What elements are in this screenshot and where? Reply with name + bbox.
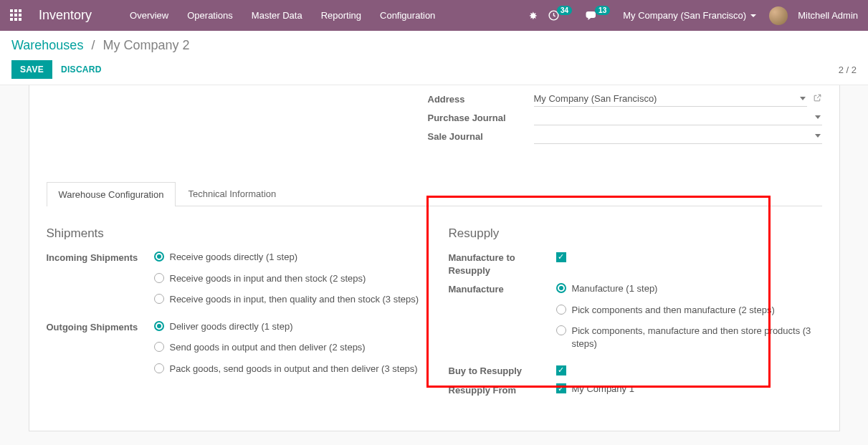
outgoing-opt-1[interactable]: Deliver goods directly (1 step) bbox=[154, 320, 420, 333]
menu-overview[interactable]: Overview bbox=[120, 10, 178, 21]
breadcrumb-root[interactable]: Warehouses bbox=[11, 38, 83, 52]
radio-icon bbox=[154, 294, 164, 304]
resupply-from-checkbox[interactable]: ✓ bbox=[556, 383, 566, 393]
debug-icon[interactable]: ✸ bbox=[529, 10, 538, 21]
tab-warehouse-config[interactable]: Warehouse Configuration bbox=[47, 182, 176, 206]
dropdown-caret-icon bbox=[815, 115, 821, 119]
menu-configuration[interactable]: Configuration bbox=[371, 10, 444, 21]
manufacture-opt-3[interactable]: Pick components, manufacture and then st… bbox=[556, 325, 822, 350]
breadcrumb-current: My Company 2 bbox=[102, 38, 189, 52]
messages-button[interactable]: 13 bbox=[585, 10, 613, 21]
manufacture-opt-2[interactable]: Pick components and then manufacture (2 … bbox=[556, 304, 822, 317]
tab-technical-info[interactable]: Technical Information bbox=[176, 181, 288, 206]
radio-icon bbox=[154, 342, 164, 352]
activities-badge: 34 bbox=[557, 6, 572, 15]
menu-reporting[interactable]: Reporting bbox=[312, 10, 371, 21]
shipments-title: Shipments bbox=[47, 226, 420, 241]
top-nav: Inventory Overview Operations Master Dat… bbox=[0, 0, 868, 31]
breadcrumb: Warehouses / My Company 2 bbox=[11, 38, 857, 53]
manufacture-label: Manufacture bbox=[449, 282, 556, 358]
breadcrumb-sep: / bbox=[91, 38, 95, 52]
apps-icon[interactable] bbox=[10, 9, 23, 22]
incoming-opt-3[interactable]: Receive goods in input, then quality and… bbox=[154, 293, 420, 306]
company-switcher[interactable]: My Company (San Francisco) bbox=[623, 10, 756, 21]
incoming-shipments-label: Incoming Shipments bbox=[47, 251, 154, 315]
buy-to-resupply-checkbox[interactable]: ✓ bbox=[556, 365, 566, 375]
purchase-journal-label: Purchase Journal bbox=[428, 113, 534, 123]
tabs: Warehouse Configuration Technical Inform… bbox=[47, 181, 822, 206]
app-title: Inventory bbox=[39, 8, 92, 23]
activities-button[interactable]: 34 bbox=[548, 9, 575, 21]
outgoing-shipments-label: Outgoing Shipments bbox=[47, 320, 154, 384]
messages-badge: 13 bbox=[595, 6, 610, 15]
shipments-column: Shipments Incoming Shipments Receive goo… bbox=[47, 226, 420, 402]
radio-icon bbox=[556, 325, 566, 335]
purchase-journal-field[interactable] bbox=[534, 110, 822, 125]
main-menu: Overview Operations Master Data Reportin… bbox=[120, 10, 444, 21]
discard-button[interactable]: DISCARD bbox=[52, 60, 110, 79]
radio-icon bbox=[154, 321, 164, 331]
avatar[interactable] bbox=[769, 6, 788, 25]
pager[interactable]: 2 / 2 bbox=[839, 64, 857, 75]
radio-icon bbox=[154, 363, 164, 373]
menu-operations[interactable]: Operations bbox=[178, 10, 242, 21]
save-button[interactable]: SAVE bbox=[11, 60, 52, 79]
external-link-button[interactable] bbox=[813, 93, 822, 105]
resupply-from-label: Resupply From bbox=[449, 383, 556, 397]
radio-icon bbox=[556, 305, 566, 315]
radio-icon bbox=[556, 283, 566, 293]
control-bar: Warehouses / My Company 2 SAVE DISCARD 2… bbox=[0, 31, 868, 85]
username[interactable]: Mitchell Admin bbox=[798, 10, 858, 21]
manufacture-to-resupply-checkbox[interactable]: ✓ bbox=[556, 252, 566, 262]
company-name: My Company (San Francisco) bbox=[623, 10, 746, 21]
address-value: My Company (San Francisco) bbox=[534, 93, 657, 104]
buy-to-resupply-label: Buy to Resupply bbox=[449, 364, 556, 378]
external-link-icon bbox=[813, 93, 822, 102]
manufacture-to-resupply-label: Manufacture to Resupply bbox=[449, 251, 556, 277]
manufacture-opt-1[interactable]: Manufacture (1 step) bbox=[556, 282, 822, 295]
outgoing-opt-2[interactable]: Send goods in output and then deliver (2… bbox=[154, 341, 420, 354]
sale-journal-field[interactable] bbox=[534, 128, 822, 144]
radio-icon bbox=[154, 273, 164, 283]
sale-journal-label: Sale Journal bbox=[428, 131, 534, 142]
caret-down-icon bbox=[750, 14, 756, 17]
address-label: Address bbox=[428, 94, 534, 105]
resupply-column: Resupply Manufacture to Resupply ✓ Manuf… bbox=[449, 226, 822, 402]
right-icons: ✸ 34 13 My Company (San Francisco) Mitch… bbox=[529, 6, 858, 25]
outgoing-opt-3[interactable]: Pack goods, send goods in output and the… bbox=[154, 363, 420, 375]
incoming-opt-1[interactable]: Receive goods directly (1 step) bbox=[154, 251, 420, 264]
resupply-title: Resupply bbox=[449, 226, 822, 241]
form-sheet: Address My Company (San Francisco) Purch… bbox=[29, 85, 840, 431]
radio-icon bbox=[154, 252, 164, 262]
menu-master-data[interactable]: Master Data bbox=[242, 10, 312, 21]
address-field[interactable]: My Company (San Francisco) bbox=[534, 91, 807, 107]
dropdown-caret-icon bbox=[815, 134, 821, 138]
incoming-opt-2[interactable]: Receive goods in input and then stock (2… bbox=[154, 272, 420, 285]
resupply-from-value: My Company 1 bbox=[572, 383, 634, 394]
dropdown-caret-icon bbox=[800, 97, 806, 100]
